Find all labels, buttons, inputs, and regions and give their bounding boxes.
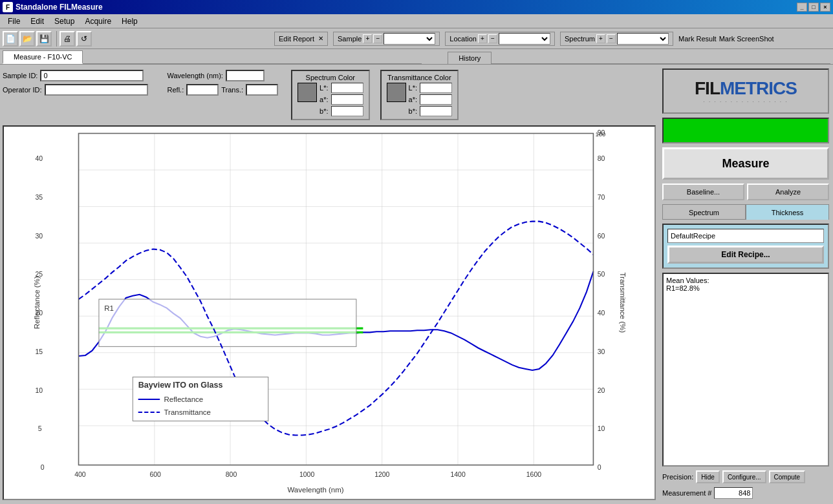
maximize-button[interactable]: □ <box>808 3 819 12</box>
svg-text:600: 600 <box>149 471 161 478</box>
sample-select[interactable] <box>384 33 435 45</box>
thickness-result-tab[interactable]: Thickness <box>746 204 829 220</box>
svg-text:100: 100 <box>596 131 606 138</box>
mark-result-btn[interactable]: Mark Result <box>678 35 717 43</box>
svg-text:Reflectance (%): Reflectance (%) <box>33 276 41 329</box>
svg-text:30: 30 <box>598 348 605 355</box>
recipe-area: Edit Recipe... <box>662 224 829 269</box>
tab-spacer <box>83 63 422 64</box>
sample-id-input[interactable] <box>40 70 144 81</box>
wavelength-row: Wavelength (nm): <box>168 70 279 81</box>
trans-L-label: L*: <box>409 84 417 92</box>
refl-label: Refl.: <box>168 86 184 94</box>
open-button[interactable]: 📂 <box>19 31 35 47</box>
transmittance-color-title: Transmittance Color <box>387 74 452 81</box>
status-indicator <box>662 118 829 143</box>
spectrum-section: Spectrum + − <box>560 32 673 46</box>
measurement-label: Measurement # <box>662 489 711 497</box>
window-controls[interactable]: _ □ × <box>797 3 830 12</box>
precision-row: Precision: Hide Configure... Compute <box>662 470 829 483</box>
legend-trans-label: Transmittance <box>164 408 211 416</box>
measurement-row: Measurement # <box>662 487 829 499</box>
analyze-row: Baseline... Analyze <box>662 184 829 200</box>
sample-add[interactable]: + <box>363 34 372 43</box>
configure-button[interactable]: Configure... <box>722 470 766 483</box>
transmittance-color-preview <box>387 83 406 102</box>
svg-text:40: 40 <box>35 155 43 162</box>
wavelength-label: Wavelength (nm): <box>168 72 223 79</box>
new-button[interactable]: 📄 <box>3 31 18 47</box>
spectrum-add[interactable]: + <box>596 34 605 43</box>
svg-text:1000: 1000 <box>299 471 314 478</box>
measure-tab[interactable]: Measure - F10-VC <box>3 50 83 64</box>
wavelength-input[interactable] <box>226 70 265 81</box>
sample-section: Sample + − <box>333 32 440 46</box>
svg-text:800: 800 <box>226 471 237 478</box>
edit-report-close[interactable]: ✕ <box>318 35 323 42</box>
toolbar: 📄 📂 💾 🖨 ↺ Edit Report ✕ Sample + − Locat… <box>0 28 833 49</box>
transmittance-color-section: Transmittance Color L*: a*: b*: <box>380 70 459 120</box>
hide-button[interactable]: Hide <box>696 470 720 483</box>
analyze-button[interactable]: Analyze <box>747 184 829 200</box>
trans-label: Trans.: <box>221 86 243 94</box>
edit-recipe-button[interactable]: Edit Recipe... <box>667 246 824 264</box>
results-area: Mean Values: R1=82.8% <box>662 273 829 467</box>
left-panel: Sample ID: Operator ID: Wavelength (nm):… <box>0 65 658 503</box>
location-remove[interactable]: − <box>488 34 497 43</box>
app-icon: F <box>3 2 13 12</box>
trans-input[interactable] <box>246 84 278 96</box>
spectrum-label: Spectrum <box>565 35 595 43</box>
id-group: Sample ID: Operator ID: <box>3 70 148 96</box>
spectrum-result-tab[interactable]: Spectrum <box>662 204 746 220</box>
titlebar: F Standalone FILMeasure _ □ × <box>0 0 833 14</box>
refl-input[interactable] <box>186 84 219 96</box>
logo-sub: · · · · · · · · · · · · · · · · <box>695 99 797 105</box>
location-section: Location + − <box>445 32 555 46</box>
wavelength-group: Wavelength (nm): Refl.: Trans.: <box>168 70 279 96</box>
close-button[interactable]: × <box>820 3 830 12</box>
measurement-number-input[interactable] <box>714 487 753 499</box>
location-add[interactable]: + <box>478 34 487 43</box>
undo-button[interactable]: ↺ <box>76 31 92 47</box>
location-select[interactable] <box>499 33 550 45</box>
trans-L-input[interactable] <box>420 83 452 93</box>
result-tabs: Spectrum Thickness <box>662 204 829 220</box>
spectrum-a-label: a*: <box>319 96 328 103</box>
trans-b-row: b*: <box>409 106 452 116</box>
menu-setup[interactable]: Setup <box>49 16 80 27</box>
svg-text:70: 70 <box>598 194 605 201</box>
spectrum-L-input[interactable] <box>331 83 363 93</box>
spectrum-L-row: L*: <box>319 83 363 93</box>
spectrum-color-title: Spectrum Color <box>298 74 363 81</box>
svg-text:1200: 1200 <box>374 471 389 478</box>
history-tab[interactable]: History <box>448 52 492 64</box>
mark-screenshot-btn[interactable]: Mark ScreenShot <box>719 35 774 43</box>
baseline-button[interactable]: Baseline... <box>662 184 744 200</box>
menu-edit[interactable]: Edit <box>25 16 49 27</box>
measure-button[interactable]: Measure <box>662 147 829 180</box>
spectrum-remove[interactable]: − <box>607 34 616 43</box>
menu-help[interactable]: Help <box>116 16 143 27</box>
spectrum-b-input[interactable] <box>331 106 363 116</box>
edit-report-section: Edit Report ✕ <box>274 32 328 46</box>
sample-remove[interactable]: − <box>373 34 382 43</box>
operator-id-row: Operator ID: <box>3 84 148 96</box>
logo-text: FILMETRICS <box>695 78 797 99</box>
svg-text:Transmittance (%): Transmittance (%) <box>619 272 627 333</box>
menu-acquire[interactable]: Acquire <box>80 16 116 27</box>
print-button[interactable]: 🖨 <box>60 31 75 47</box>
trans-b-label: b*: <box>409 107 417 115</box>
toolbar-separator <box>54 31 57 47</box>
operator-id-input[interactable] <box>45 84 148 96</box>
recipe-name-input[interactable] <box>667 229 824 243</box>
trans-b-input[interactable] <box>420 106 452 116</box>
menu-file[interactable]: File <box>3 16 25 27</box>
legend-refl-label: Reflectance <box>164 395 203 403</box>
compute-button[interactable]: Compute <box>769 470 806 483</box>
save-button[interactable]: 💾 <box>36 31 52 47</box>
legend-title: Bayview ITO on Glass <box>138 381 223 390</box>
spectrum-select[interactable] <box>617 33 669 45</box>
minimize-button[interactable]: _ <box>797 3 807 12</box>
spectrum-a-input[interactable] <box>331 94 363 105</box>
trans-a-input[interactable] <box>420 94 452 105</box>
